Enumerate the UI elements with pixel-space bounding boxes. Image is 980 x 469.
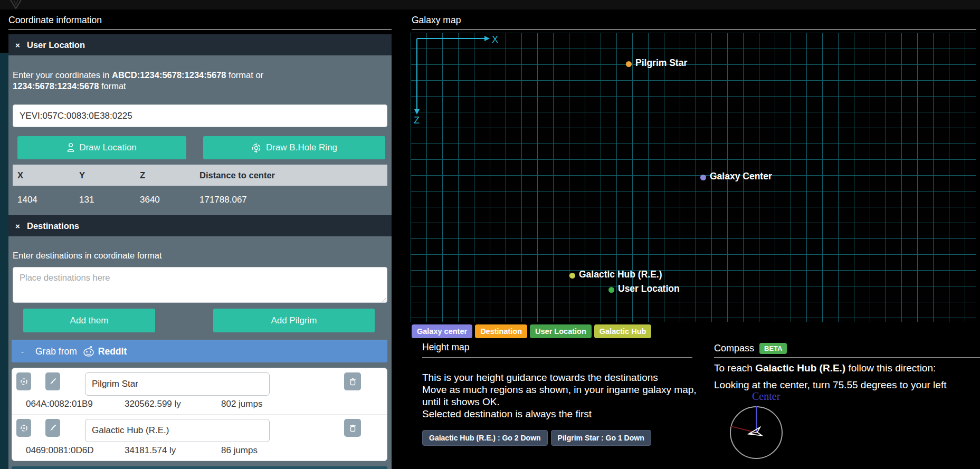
legend-galactic-hub[interactable]: Galactic Hub — [594, 324, 652, 338]
destination-jumps: 802 jumps — [221, 399, 262, 409]
add-them-button[interactable]: Add them — [23, 309, 155, 332]
locate-target-button[interactable] — [16, 419, 31, 437]
reddit-label: Reddit — [98, 346, 127, 357]
height-map-guidance: This is your height guidance towards the… — [422, 371, 692, 420]
coordinates-table: X Y Z Distance to center 1404 131 3640 1… — [13, 165, 387, 214]
list-item: 064A:0082:01B9 320562.599 ly 802 jumps — [12, 368, 387, 414]
z-axis-label: Z — [414, 115, 420, 126]
draw-location-button[interactable]: Draw Location — [17, 136, 186, 159]
destinations-instructions: Enter destinations in coordinate format — [13, 250, 387, 261]
map-dot — [569, 273, 575, 279]
legend-user-location[interactable]: User Location — [530, 324, 592, 338]
delete-destination-button[interactable] — [344, 419, 361, 437]
value-x: 1404 — [13, 186, 74, 214]
destinations-textarea[interactable] — [13, 267, 387, 303]
person-icon — [67, 143, 74, 152]
grab-from-label: Grab from — [35, 346, 77, 357]
crosshair-icon — [20, 424, 28, 432]
reddit-icon — [82, 346, 95, 357]
galaxy-map-canvas[interactable]: X Z Pilgrim Star Galaxy Center Galactic … — [411, 33, 976, 322]
destination-distance: 34181.574 ly — [125, 445, 221, 456]
map-axes: X Z — [411, 33, 516, 154]
brush-icon — [49, 424, 56, 432]
section-title: User Location — [27, 40, 85, 50]
col-y: Y — [74, 165, 135, 186]
compass-direction-target: To reach Galactic Hub (R.E.) follow this… — [714, 362, 980, 375]
map-dot — [608, 287, 614, 293]
compass-turn-instruction: Looking at the center, turn 75.55 degree… — [714, 379, 980, 391]
height-step-pilgrim-star-button[interactable]: Pilgrim Star : Go 1 Down — [551, 430, 651, 446]
destination-name-input[interactable] — [85, 419, 270, 442]
height-map-title: Height map — [422, 342, 692, 358]
value-distance: 171788.067 — [195, 186, 387, 214]
page-title: Coordinate information — [8, 0, 392, 30]
destinations-body: Enter destinations in coordinate format … — [8, 236, 392, 469]
map-point-label: Galaxy Center — [710, 171, 772, 182]
map-point-label: User Location — [618, 283, 680, 294]
destination-jumps: 86 jumps — [221, 445, 258, 456]
map-point-label: Pilgrim Star — [635, 58, 687, 69]
trash-icon — [349, 378, 356, 386]
add-pilgrim-button[interactable]: Add Pilgrim — [213, 309, 375, 332]
brush-icon — [49, 378, 56, 385]
draw-bhole-ring-button[interactable]: Draw B.Hole Ring — [203, 136, 385, 159]
paint-brush-button[interactable] — [45, 372, 60, 390]
globe-crosshair-icon — [251, 143, 261, 153]
col-z: Z — [135, 165, 195, 186]
map-legend: Galaxy center Destination User Location … — [412, 324, 651, 338]
coordinate-format-instructions: Enter your coordinates in ABCD:1234:5678… — [13, 70, 387, 92]
grab-from-reddit-button[interactable]: - Grab from Reddit — [12, 340, 387, 362]
table-row: 1404 131 3640 171788.067 — [13, 186, 387, 214]
coordinate-panel: Coordinate information × User Location E… — [8, 0, 392, 469]
beta-badge: BETA — [759, 343, 787, 354]
user-location-body: Enter your coordinates in ABCD:1234:5678… — [8, 55, 392, 215]
value-z: 3640 — [135, 186, 195, 214]
destination-coords: 0469:0081:0D6D — [26, 445, 125, 456]
list-item: 0469:0081:0D6D 34181.574 ly 86 jumps — [12, 414, 387, 461]
compass-center-label: Center — [752, 390, 780, 403]
legend-galaxy-center[interactable]: Galaxy center — [412, 324, 472, 338]
x-axis-label: X — [492, 34, 498, 45]
value-y: 131 — [74, 186, 135, 214]
close-icon[interactable]: × — [15, 41, 24, 50]
locate-target-button[interactable] — [16, 372, 31, 390]
trash-icon — [349, 424, 356, 432]
compass-section: Compass BETA To reach Galactic Hub (R.E.… — [714, 343, 980, 469]
collapse-indicator: - — [21, 347, 24, 356]
delete-destination-button[interactable] — [344, 372, 361, 390]
galaxy-map-title: Galaxy map — [412, 15, 976, 30]
left-edge-strip — [0, 53, 8, 469]
crosshair-icon — [20, 378, 28, 386]
col-distance: Distance to center — [195, 165, 387, 186]
destination-name-input[interactable] — [85, 372, 270, 396]
table-header-row: X Y Z Distance to center — [13, 165, 387, 186]
destination-distance: 320562.599 ly — [125, 399, 221, 409]
legend-destination[interactable]: Destination — [475, 324, 527, 338]
paint-brush-button[interactable] — [45, 419, 60, 437]
map-dot — [700, 175, 706, 180]
section-header-user-location: × User Location — [8, 34, 392, 55]
next-section-edge — [12, 466, 387, 469]
close-icon[interactable]: × — [15, 222, 24, 231]
destination-coords: 064A:0082:01B9 — [26, 399, 125, 409]
coordinates-input[interactable] — [13, 104, 387, 127]
section-header-destinations: × Destinations — [8, 215, 392, 236]
col-x: X — [13, 165, 74, 186]
height-map-section: Height map This is your height guidance … — [422, 342, 692, 446]
section-title: Destinations — [27, 221, 79, 231]
destinations-list: 064A:0082:01B9 320562.599 ly 802 jumps — [12, 368, 387, 461]
map-point-label: Galactic Hub (R.E.) — [579, 269, 662, 280]
height-step-galactic-hub-button[interactable]: Galactic Hub (R.E.) : Go 2 Down — [422, 430, 548, 446]
compass-title: Compass — [714, 343, 754, 354]
map-dot — [626, 61, 632, 67]
